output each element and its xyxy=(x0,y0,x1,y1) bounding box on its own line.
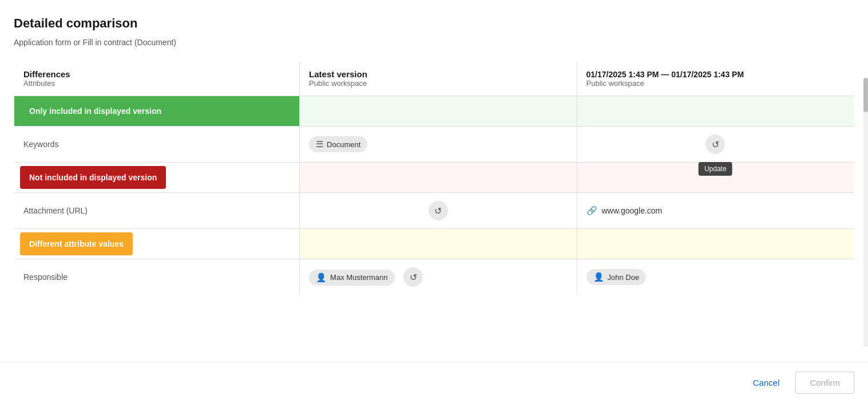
yellow-section-label: Different attribute values xyxy=(20,232,133,255)
scrollbar-track[interactable] xyxy=(863,78,868,347)
green-label-cell: Only included in displayed version xyxy=(14,96,300,127)
scrollbar-thumb[interactable] xyxy=(863,78,868,112)
keywords-other-value: ↺ Update xyxy=(577,127,854,163)
attachment-other-value: 🔗 www.google.com xyxy=(577,193,854,229)
keywords-chip-text: Document xyxy=(327,140,360,149)
header-other-date: 01/17/2025 1:43 PM — 01/17/2025 1:43 PM xyxy=(586,70,845,79)
link-icon: 🔗 xyxy=(586,206,597,215)
header-diff-cell: Differences Attributes xyxy=(14,61,300,96)
responsible-other-text: John Doe xyxy=(608,273,640,282)
header-latest-main: Latest version xyxy=(309,69,567,79)
red-label-cell: Not included in displayed version xyxy=(14,163,300,193)
green-blank-other xyxy=(577,96,854,127)
responsible-latest-value: 👤 Max Mustermann ↺ xyxy=(300,259,577,295)
responsible-other-chip: 👤 John Doe xyxy=(586,269,647,285)
responsible-latest-chip: 👤 Max Mustermann xyxy=(309,270,394,286)
red-section-label: Not included in displayed version xyxy=(20,166,166,189)
header-other-cell: 01/17/2025 1:43 PM — 01/17/2025 1:43 PM … xyxy=(577,61,854,96)
keywords-refresh-container: ↺ Update xyxy=(706,135,725,154)
responsible-other-value: 👤 John Doe xyxy=(577,259,854,295)
yellow-blank-other xyxy=(577,229,854,259)
header-other-sub: Public workspace xyxy=(586,79,845,88)
attachment-latest-value: ↺ xyxy=(300,193,577,229)
section-green-header: Only included in displayed version xyxy=(14,96,854,127)
section-red-header: Not included in displayed version xyxy=(14,163,854,193)
header-latest-sub: Public workspace xyxy=(309,79,567,88)
header-diff-sub: Attributes xyxy=(23,79,290,88)
footer: Cancel Confirm xyxy=(0,362,868,403)
green-blank-latest xyxy=(300,96,577,127)
keywords-label: Keywords xyxy=(14,127,300,163)
attachment-refresh-button[interactable]: ↺ xyxy=(429,201,448,220)
table-header-row: Differences Attributes Latest version Pu… xyxy=(14,61,854,96)
yellow-blank-latest xyxy=(300,229,577,259)
keywords-row: Keywords ☰ Document ↺ Update xyxy=(14,127,854,163)
responsible-row: Responsible 👤 Max Mustermann ↺ 👤 John Do… xyxy=(14,259,854,295)
header-diff-main: Differences xyxy=(23,69,290,79)
responsible-label: Responsible xyxy=(14,259,300,295)
cancel-button[interactable]: Cancel xyxy=(744,372,789,394)
header-latest-cell: Latest version Public workspace xyxy=(300,61,577,96)
page-container: Detailed comparison Application form or … xyxy=(0,0,868,341)
red-blank-other xyxy=(577,163,854,193)
responsible-latest-text: Max Mustermann xyxy=(330,273,387,282)
user-icon-latest: 👤 xyxy=(316,272,327,283)
keywords-refresh-button[interactable]: ↺ xyxy=(706,135,725,154)
responsible-refresh-button[interactable]: ↺ xyxy=(403,267,423,287)
document-icon: ☰ xyxy=(316,139,323,149)
comparison-table: Differences Attributes Latest version Pu… xyxy=(14,61,854,295)
section-yellow-header: Different attribute values xyxy=(14,229,854,259)
confirm-button[interactable]: Confirm xyxy=(795,372,854,394)
keywords-chip: ☰ Document xyxy=(309,136,367,152)
attachment-row: Attachment (URL) ↺ 🔗 www.google.com xyxy=(14,193,854,229)
attachment-label: Attachment (URL) xyxy=(14,193,300,229)
page-subtitle: Application form or Fill in contract (Do… xyxy=(14,38,854,47)
user-icon-other: 👤 xyxy=(593,272,604,282)
page-title: Detailed comparison xyxy=(14,16,854,31)
yellow-label-cell: Different attribute values xyxy=(14,229,300,259)
green-section-label: Only included in displayed version xyxy=(20,100,171,123)
attachment-url-text: www.google.com xyxy=(601,206,662,215)
red-blank-latest xyxy=(300,163,577,193)
keywords-latest-value: ☰ Document xyxy=(300,127,577,163)
